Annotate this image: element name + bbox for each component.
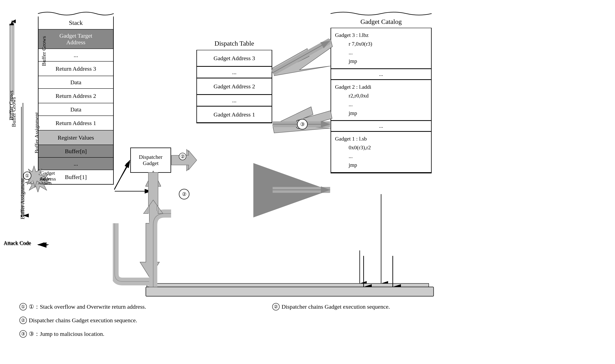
gadget-1-cell: Gadget 1 : l.sb 0x0(r3),r2 ... jmp (331, 131, 431, 173)
svg-marker-35 (145, 171, 161, 225)
gadget-address-3-cell: Gadget Address 3 (197, 50, 272, 66)
svg-marker-21 (273, 39, 333, 76)
svg-text:③: ③ (297, 122, 302, 127)
svg-rect-48 (146, 287, 433, 296)
buffer-grows-label-text: Buffer Grows (8, 23, 15, 120)
svg-rect-29 (147, 284, 429, 292)
dispatch-dots-2: ... (197, 94, 272, 106)
svg-line-15 (115, 162, 130, 188)
stack-dots-1: ... (39, 49, 113, 62)
return-address-2-cell: Return Address 2 (39, 89, 113, 103)
catalog-dots-2: ... (331, 121, 431, 131)
gadget-target-cell: Gadget TargetAddress (39, 29, 113, 49)
legend-1-text: ①：Stack overflow and Overwrite return ad… (29, 301, 146, 312)
dispatch-dots-1: ... (197, 66, 272, 78)
data-cell-2: Data (39, 103, 113, 116)
starburst-gadget-address: ① Gadget Address (22, 169, 61, 193)
legend-right: ② Dispatcher chains Gadget execution seq… (272, 301, 390, 314)
buffer-dots-cell: ... (39, 158, 113, 170)
svg-point-23 (295, 120, 304, 129)
stack-cells: Stack Gadget TargetAddress ... Return Ad… (38, 16, 114, 185)
legend: ① ①：Stack overflow and Overwrite return … (19, 301, 146, 340)
svg-line-38 (273, 41, 330, 73)
svg-line-36 (114, 160, 130, 189)
dispatch-cells: Gadget Address 3 ... Gadget Address 2 ..… (196, 50, 272, 123)
data-cell-1: Data (39, 76, 113, 89)
stack-top-cell: Stack (39, 16, 113, 29)
buffer-assignment-label-text: Buffer Assignment (19, 103, 27, 219)
dispatch-title: Dispatch Table (196, 38, 272, 50)
svg-text:②: ② (182, 191, 186, 197)
gadget-2-cell: Gadget 2 : l.addi r2,r0,0xd ... jmp (331, 80, 431, 121)
step-2-circle: ② (179, 153, 186, 160)
gadget-catalog-title: Gadget Catalog (331, 16, 432, 28)
gadget-catalog-column: Gadget Catalog Gadget 3 : l.lbz r 7,0x0(… (331, 11, 432, 173)
dispatcher-gadget-box: DispatcherGadget (130, 148, 171, 173)
stack-wavy-top (38, 11, 114, 16)
buffer-n-cell: Buffer[n] (39, 145, 113, 158)
svg-text:Address: Address (38, 181, 52, 185)
return-address-1-cell: Return Address 1 (39, 116, 113, 130)
legend-item-2-right: ② Dispatcher chains Gadget execution seq… (272, 301, 390, 312)
attack-code-text: Attack Code (3, 240, 31, 246)
catalog-wavy-top (331, 11, 432, 16)
gadget-address-1-cell: Gadget Address 1 (197, 106, 272, 123)
svg-marker-22 (273, 107, 332, 133)
large-up-arrow (145, 171, 161, 226)
gadget-catalog-cells: Gadget 3 : l.lbz r 7,0x0(r3) ... jmp ...… (331, 28, 432, 173)
legend-2-text: Dispatcher chains Gadget execution seque… (29, 314, 137, 326)
svg-point-52 (179, 189, 189, 199)
legend-item-2: ② Dispatcher chains Gadget execution seq… (19, 314, 146, 326)
gadget-address-2-cell: Gadget Address 2 (197, 78, 272, 94)
legend-2-right-text: Dispatcher chains Gadget execution seque… (281, 301, 390, 312)
diagram-container: Buffer Grows Buffer Grows Buffer Assignm… (0, 0, 615, 364)
svg-text:①: ① (30, 177, 34, 182)
gadget-3-cell: Gadget 3 : l.lbz r 7,0x0(r3) ... jmp (331, 28, 431, 69)
stack-column: Stack Gadget TargetAddress ... Return Ad… (38, 11, 114, 185)
dispatch-table-column: Dispatch Table Gadget Address 3 ... Gadg… (196, 38, 272, 123)
legend-item-1: ① ①：Stack overflow and Overwrite return … (19, 301, 146, 312)
svg-line-50 (114, 161, 130, 190)
bottom-curve-arrow (113, 223, 155, 286)
svg-line-39 (273, 41, 330, 73)
legend-3-text: ③：Jump to malicious location. (29, 328, 104, 340)
register-values-cell: Register Values (39, 130, 113, 145)
legend-item-3: ③ ③：Jump to malicious location. (19, 328, 146, 340)
svg-text:③: ③ (300, 121, 305, 127)
return-address-3-cell: Return Address 3 (39, 62, 113, 76)
catalog-dots-1: ... (331, 69, 431, 80)
svg-point-42 (297, 119, 308, 129)
